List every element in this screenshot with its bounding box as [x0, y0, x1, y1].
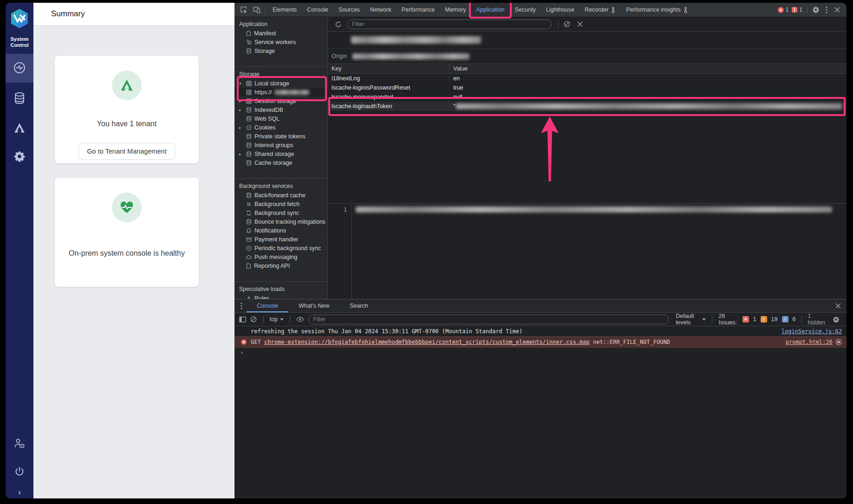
appnav-item-periodic-background-sync[interactable]: Periodic background sync: [234, 244, 327, 252]
console-settings-button[interactable]: [831, 313, 842, 325]
appnav-item-notifications[interactable]: Notifications: [234, 226, 327, 235]
appnav-item-shared-storage[interactable]: ▸ Shared storage: [234, 149, 327, 158]
appnav-item-label: Interest groups: [254, 142, 293, 149]
hidden-messages-label[interactable]: 1 hidden: [807, 313, 827, 326]
storage-filter-input[interactable]: [347, 19, 552, 29]
appnav-item-service-workers[interactable]: Service workers: [234, 38, 327, 46]
tab-application[interactable]: Application: [471, 3, 509, 17]
value-column-header[interactable]: Value: [449, 64, 846, 73]
appnav-item-bounce-tracking[interactable]: Bounce tracking mitigations: [234, 217, 327, 226]
divider: [712, 316, 712, 323]
tab-performance-insights[interactable]: Performance insights: [621, 3, 693, 17]
devtools-settings-button[interactable]: [809, 4, 822, 16]
delete-selected-button[interactable]: [573, 18, 586, 30]
tab-lighthouse[interactable]: Lighthouse: [541, 3, 580, 17]
issues-badge-icon[interactable]: [791, 6, 798, 13]
sidebar-item-tenants[interactable]: [6, 123, 33, 134]
appnav-item-session-storage[interactable]: ▸ Session storage: [234, 97, 327, 105]
source-link-prompt[interactable]: prompt.html:26: [786, 339, 833, 345]
system-control-logo-icon: [10, 8, 29, 29]
tab-network[interactable]: Network: [365, 3, 397, 17]
summary-panel: Summary You have 1 tenant Go to Tenant M…: [33, 3, 234, 498]
devtools-close-button[interactable]: [831, 4, 844, 16]
appnav-item-indexeddb[interactable]: ▸ IndexedDB: [234, 105, 327, 114]
appnav-item-private-state-tokens[interactable]: Private state tokens: [234, 132, 327, 141]
appnav-item-web-sql[interactable]: Web SQL: [234, 114, 327, 123]
chevron-down-icon[interactable]: ▾: [239, 81, 241, 86]
inspect-element-button[interactable]: [237, 4, 250, 16]
console-prompt[interactable]: ›: [234, 348, 846, 358]
appnav-item-local-storage-origin[interactable]: https://: [234, 88, 327, 97]
chevron-right-icon[interactable]: ▸: [239, 152, 241, 156]
storage-value: true: [449, 83, 846, 92]
database-icon: [246, 142, 252, 148]
appnav-item-label: Background sync: [254, 210, 299, 216]
clear-console-button[interactable]: [250, 313, 257, 325]
chevron-right-icon[interactable]: ▸: [239, 99, 241, 103]
eye-icon: [296, 317, 304, 322]
tab-sources[interactable]: Sources: [333, 3, 365, 17]
appnav-item-payment-handler[interactable]: Payment handler: [234, 235, 327, 244]
appnav-item-label: Bounce tracking mitigations: [254, 219, 326, 225]
drawer-close-button[interactable]: [832, 300, 845, 312]
up-down-arrows-icon: [246, 201, 252, 207]
drawer-tab-whats-new[interactable]: What's New: [288, 299, 339, 312]
refresh-icon: [335, 21, 342, 28]
sidebar-item-logout[interactable]: [6, 466, 33, 477]
refresh-button[interactable]: [332, 18, 345, 30]
go-to-tenant-management-button[interactable]: Go to Tenant Management: [78, 143, 175, 160]
source-link-loginservice[interactable]: loginService.js:62: [781, 328, 842, 335]
sidebar-item-database[interactable]: [6, 92, 33, 105]
tab-memory[interactable]: Memory: [440, 3, 471, 17]
sidebar-expand-button[interactable]: ›: [6, 488, 33, 497]
context-selector[interactable]: top: [270, 316, 284, 323]
tab-console[interactable]: Console: [302, 3, 333, 17]
payment-card-icon: [246, 237, 252, 242]
chevron-right-icon[interactable]: ▸: [239, 125, 241, 130]
drawer-menu-button[interactable]: [236, 300, 247, 312]
tab-elements[interactable]: Elements: [267, 3, 302, 17]
appnav-item-cookies[interactable]: ▸ Cookies: [234, 123, 327, 132]
extension-badge-icon[interactable]: [835, 339, 842, 345]
appnav-item-storage[interactable]: Storage: [234, 46, 327, 55]
appnav-item-push-messaging[interactable]: Push messaging: [234, 252, 327, 261]
sidebar-item-users[interactable]: [6, 438, 33, 448]
drawer-tab-search[interactable]: Search: [339, 299, 378, 312]
chevron-right-icon: ›: [18, 488, 20, 497]
issue-warning-count: 19: [771, 316, 778, 323]
key-column-header[interactable]: Key: [328, 64, 449, 73]
issues-label[interactable]: 26 Issues:: [718, 313, 738, 326]
appnav-item-back-forward-cache[interactable]: Back/forward cache: [234, 191, 327, 200]
table-row-login-auth-token[interactable]: lscache-loginauthToken ": [328, 102, 846, 111]
appnav-item-background-sync[interactable]: Background sync: [234, 208, 327, 217]
tab-performance[interactable]: Performance: [397, 3, 440, 17]
console-sidebar-toggle[interactable]: [239, 313, 246, 325]
drawer-tab-console[interactable]: Console: [247, 299, 288, 312]
devtools-menu-button[interactable]: [822, 4, 831, 16]
tab-recorder[interactable]: Recorder: [580, 3, 621, 17]
live-expression-button[interactable]: [296, 313, 304, 325]
appnav-item-interest-groups[interactable]: Interest groups: [234, 141, 327, 149]
table-row[interactable]: lscache-menuexpanded null: [328, 92, 846, 102]
table-row[interactable]: i18nextLng en: [328, 74, 846, 83]
error-url-link[interactable]: chrome-extension://bfogiafebfohielmmehod…: [264, 339, 590, 345]
table-row[interactable]: lscache-loginisPasswordReset true: [328, 83, 846, 92]
log-levels-selector[interactable]: Default levels: [676, 313, 706, 326]
appnav-item-label: Rules: [254, 295, 269, 299]
appnav-item-cache-storage[interactable]: Cache storage: [234, 158, 327, 167]
storage-origin-header: [328, 32, 846, 48]
chevron-right-icon[interactable]: ▸: [239, 108, 241, 112]
clock-icon: [246, 246, 252, 251]
appnav-item-rules[interactable]: Rules: [234, 294, 327, 299]
appnav-item-manifest[interactable]: Manifest: [234, 29, 327, 38]
sidebar-item-summary[interactable]: [6, 61, 33, 74]
device-toolbar-button[interactable]: [250, 4, 263, 16]
appnav-item-background-fetch[interactable]: Background fetch: [234, 200, 327, 208]
console-filter-input[interactable]: [308, 315, 669, 324]
clear-all-button[interactable]: [560, 18, 573, 30]
appnav-item-reporting-api[interactable]: Reporting API: [234, 261, 327, 270]
error-badge-icon[interactable]: [777, 6, 784, 13]
tab-security[interactable]: Security: [510, 3, 541, 17]
appnav-item-local-storage[interactable]: ▾ Local storage: [234, 79, 327, 88]
sidebar-item-settings[interactable]: [6, 150, 33, 162]
